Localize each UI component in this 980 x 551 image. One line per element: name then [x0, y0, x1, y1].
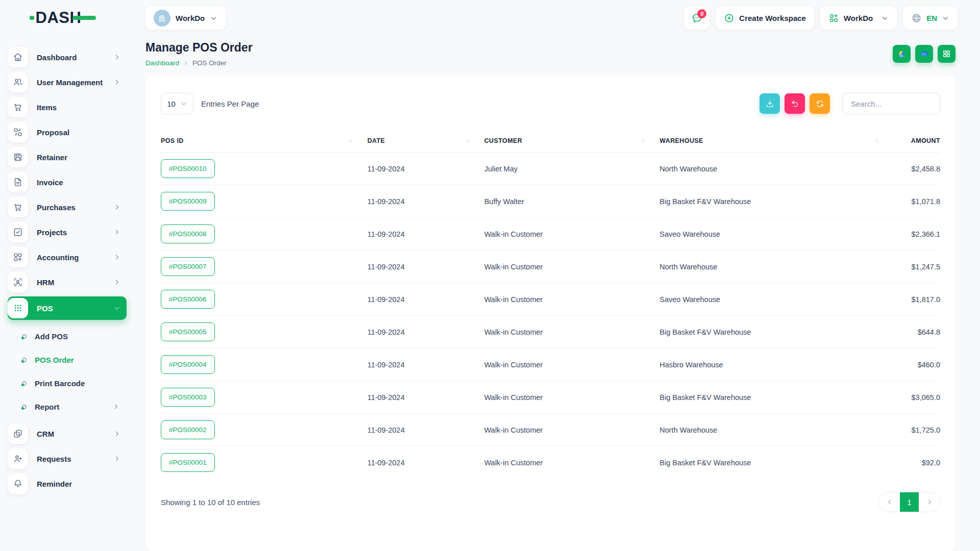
- table-row: #POS00003 11-09-2024 Walk-in Customer Bi…: [161, 381, 940, 414]
- create-workspace-button[interactable]: Create Workspace: [716, 6, 814, 30]
- amount-cell: $1,817.0: [893, 283, 940, 316]
- customer-cell: Buffy Walter: [484, 185, 660, 218]
- submenu-item-print-barcode[interactable]: Print Barcode: [0, 371, 132, 395]
- pos-id-badge[interactable]: #POS00007: [161, 257, 215, 276]
- date-cell: 11-09-2024: [368, 381, 484, 414]
- date-cell: 11-09-2024: [368, 348, 484, 381]
- sidebar-item-retainer[interactable]: Retainer: [8, 146, 127, 168]
- warehouse-cell: Saveo Warehouse: [659, 283, 893, 316]
- users-icon: [8, 72, 28, 92]
- undo-icon: [790, 99, 800, 109]
- previous-page-button[interactable]: [879, 492, 900, 512]
- export-button[interactable]: [760, 93, 780, 114]
- topbar-actions: 0 Create Workspace WorkDo EN: [684, 6, 958, 30]
- sidebar-item-invoice[interactable]: Invoice: [8, 171, 127, 193]
- sort-icon[interactable]: ↑↓: [465, 137, 469, 143]
- sidebar-item-dashboard[interactable]: Dashboard: [8, 46, 127, 68]
- onedrive-button[interactable]: [915, 45, 933, 63]
- sort-icon[interactable]: ↑↓: [641, 137, 644, 143]
- sidebar-item-crm[interactable]: CRM: [8, 423, 127, 444]
- language-selector[interactable]: EN: [903, 6, 958, 30]
- pos-id-badge[interactable]: #POS00005: [161, 322, 215, 341]
- table-row: #POS00010 11-09-2024 Juliet May North Wa…: [161, 153, 940, 185]
- column-header-pos-id[interactable]: POS ID↑↓: [161, 131, 368, 153]
- user-plus-icon: [8, 448, 28, 469]
- bell-icon: [8, 473, 28, 494]
- document-icon: [8, 172, 28, 192]
- customer-cell: Walk-in Customer: [484, 316, 660, 348]
- pos-id-badge[interactable]: #POS00003: [161, 388, 215, 407]
- sidebar-item-items[interactable]: Items: [8, 96, 127, 118]
- workspace-selector[interactable]: WorkDo: [145, 6, 226, 30]
- sidebar: Dashboard User Management Items Proposal…: [0, 36, 132, 551]
- customer-cell: Walk-in Customer: [484, 218, 660, 251]
- pos-id-badge[interactable]: #POS00001: [161, 453, 215, 472]
- home-icon: [8, 47, 28, 67]
- warehouse-cell: North Warehouse: [659, 414, 893, 446]
- sidebar-item-user-management[interactable]: User Management: [8, 71, 127, 93]
- submenu-item-add-pos[interactable]: Add POS: [0, 324, 132, 348]
- column-header-date[interactable]: DATE↑↓: [368, 131, 484, 153]
- amount-cell: $3,065.0: [893, 381, 940, 414]
- circle-plus-icon: [724, 13, 734, 23]
- sidebar-item-reminder[interactable]: Reminder: [8, 473, 127, 494]
- submenu-item-report[interactable]: Report: [0, 395, 132, 418]
- pagination: 1: [878, 492, 940, 512]
- sort-icon[interactable]: ↑↓: [349, 137, 352, 143]
- sidebar-item-accounting[interactable]: Accounting: [8, 246, 127, 268]
- warehouse-cell: North Warehouse: [659, 153, 893, 185]
- chevron-right-icon: [113, 204, 120, 211]
- pos-id-badge[interactable]: #POS00002: [161, 420, 215, 439]
- chevron-right-icon: [113, 229, 120, 236]
- workspace-menu-button[interactable]: WorkDo: [820, 6, 897, 30]
- next-page-button[interactable]: [919, 492, 940, 512]
- search-input[interactable]: [842, 93, 940, 114]
- refresh-button[interactable]: [810, 93, 830, 114]
- column-header-customer[interactable]: CUSTOMER↑↓: [484, 131, 660, 153]
- date-cell: 11-09-2024: [368, 316, 484, 348]
- bullet-icon: [22, 334, 27, 339]
- globe-icon: [911, 13, 922, 23]
- grid-icon: [942, 49, 951, 59]
- grid-view-button[interactable]: [938, 45, 955, 63]
- column-header-warehouse[interactable]: WAREHOUSE↑↓: [659, 131, 893, 153]
- grid-dots-icon: [8, 298, 28, 318]
- date-cell: 11-09-2024: [368, 446, 484, 479]
- chevron-down-icon: [113, 305, 120, 312]
- pos-id-badge[interactable]: #POS00006: [161, 290, 215, 309]
- language-code: EN: [926, 14, 937, 22]
- brand-logo[interactable]: DASH: [0, 9, 132, 27]
- create-workspace-label: Create Workspace: [739, 14, 806, 22]
- google-drive-button[interactable]: [893, 45, 911, 63]
- sort-icon[interactable]: ↑↓: [874, 137, 878, 143]
- amount-cell: $644.8: [893, 316, 940, 348]
- chevron-right-icon: [113, 279, 120, 286]
- reset-button[interactable]: [785, 93, 805, 114]
- column-header-amount[interactable]: AMOUNT: [893, 131, 940, 153]
- messenger-button[interactable]: 0: [684, 6, 709, 30]
- pos-id-badge[interactable]: #POS00009: [161, 192, 215, 211]
- warehouse-cell: Big Basket F&V Warehouse: [659, 316, 893, 348]
- pos-id-badge[interactable]: #POS00004: [161, 355, 215, 374]
- submenu-item-pos-order[interactable]: POS Order: [0, 348, 132, 371]
- pos-id-badge[interactable]: #POS00008: [161, 224, 215, 243]
- entries-value: 10: [167, 99, 176, 108]
- sidebar-item-hrm[interactable]: HRM: [8, 271, 127, 293]
- chevron-right-icon: [113, 455, 120, 462]
- table-row: #POS00007 11-09-2024 Walk-in Customer No…: [161, 251, 940, 283]
- breadcrumb-dashboard-link[interactable]: Dashboard: [145, 59, 179, 67]
- date-cell: 11-09-2024: [368, 414, 484, 446]
- sidebar-item-projects[interactable]: Projects: [8, 221, 127, 243]
- sidebar-item-purchases[interactable]: Purchases: [8, 196, 127, 218]
- sidebar-item-pos[interactable]: POS: [8, 296, 127, 320]
- amount-cell: $1,247.5: [893, 251, 940, 283]
- entries-per-page-select[interactable]: 10: [161, 93, 193, 114]
- chevron-right-icon: [113, 430, 120, 437]
- date-cell: 11-09-2024: [368, 283, 484, 316]
- sidebar-item-proposal[interactable]: Proposal: [8, 121, 127, 143]
- customer-cell: Walk-in Customer: [484, 446, 660, 479]
- page-head-actions: [893, 45, 955, 63]
- pos-id-badge[interactable]: #POS00010: [161, 159, 215, 178]
- current-page[interactable]: 1: [900, 492, 919, 512]
- sidebar-item-requests[interactable]: Requests: [8, 448, 127, 469]
